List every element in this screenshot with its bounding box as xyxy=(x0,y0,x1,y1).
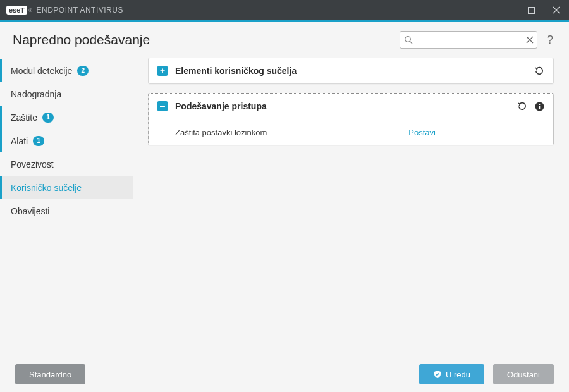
titlebar: eseT ® ENDPOINT ANTIVIRUS xyxy=(0,0,569,20)
sidebar-item-protections[interactable]: Zaštite 1 xyxy=(0,106,133,129)
panel-title: Podešavanje pristupa xyxy=(175,101,517,111)
expand-icon: + xyxy=(157,66,168,76)
sidebar-item-label: Zaštite xyxy=(11,113,37,123)
sidebar-item-update[interactable]: Nadogradnja xyxy=(0,82,133,106)
sidebar-item-label: Korisničko sučelje xyxy=(11,183,82,193)
search-wrap xyxy=(400,31,537,49)
svg-point-1 xyxy=(405,37,411,42)
sidebar-badge: 1 xyxy=(42,113,54,123)
x-icon xyxy=(526,36,534,44)
undo-icon xyxy=(534,66,544,76)
sidebar-item-connectivity[interactable]: Povezivost xyxy=(0,152,133,176)
panel-header-ui-elements[interactable]: + Elementi korisničkog sučelja xyxy=(149,58,553,83)
undo-icon xyxy=(517,101,527,111)
panel-header-access-setup[interactable]: – Podešavanje pristupa xyxy=(149,94,553,119)
setting-label: Zaštita postavki lozinkom xyxy=(175,128,408,137)
search-input[interactable] xyxy=(400,31,537,49)
info-icon xyxy=(535,102,544,111)
brand-logo: eseT ® xyxy=(6,6,32,15)
brand-mark: eseT xyxy=(6,6,27,15)
sidebar-item-label: Nadogradnja xyxy=(11,89,61,99)
header: Napredno podešavanje ? xyxy=(0,22,569,54)
reset-button[interactable] xyxy=(517,101,527,111)
sidebar-badge: 1 xyxy=(33,136,44,146)
registered-icon: ® xyxy=(28,8,32,13)
svg-rect-4 xyxy=(539,106,541,109)
sidebar-item-label: Modul detekcije xyxy=(11,66,72,76)
setting-row-password-protect: Zaštita postavki lozinkom Postavi xyxy=(149,119,553,145)
panel-body: Zaštita postavki lozinkom Postavi xyxy=(149,119,553,145)
sidebar-item-notifications[interactable]: Obavijesti xyxy=(0,199,133,223)
sidebar-item-label: Obavijesti xyxy=(11,206,49,216)
panel-access-setup: – Podešavanje pristupa Zaštita postavki … xyxy=(148,93,554,145)
body: Modul detekcije 2 Nadogradnja Zaštite 1 … xyxy=(0,54,569,357)
product-name: ENDPOINT ANTIVIRUS xyxy=(36,6,123,15)
sidebar: Modul detekcije 2 Nadogradnja Zaštite 1 … xyxy=(0,54,133,357)
setting-action-set[interactable]: Postavi xyxy=(408,128,436,137)
sidebar-badge: 2 xyxy=(77,66,89,76)
panel-ui-elements: + Elementi korisničkog sučelja xyxy=(148,58,554,84)
sidebar-item-label: Alati xyxy=(11,136,28,146)
button-label: U redu xyxy=(446,370,470,379)
search-icon xyxy=(404,35,413,44)
reset-button[interactable] xyxy=(534,66,544,76)
svg-rect-5 xyxy=(539,104,541,105)
panel-title: Elementi korisničkog sučelja xyxy=(175,66,534,76)
button-label: Standardno xyxy=(29,370,71,379)
svg-rect-0 xyxy=(528,7,534,13)
close-icon xyxy=(553,6,560,14)
ok-button[interactable]: U redu xyxy=(419,364,484,384)
main-content: + Elementi korisničkog sučelja – Podešav… xyxy=(133,54,569,357)
square-icon xyxy=(528,7,535,14)
footer: Standardno U redu Odustani xyxy=(0,357,569,392)
sidebar-item-ui[interactable]: Korisničko sučelje xyxy=(0,176,133,199)
window-close-button[interactable] xyxy=(544,0,569,20)
cancel-button[interactable]: Odustani xyxy=(493,364,554,384)
sidebar-item-tools[interactable]: Alati 1 xyxy=(0,129,133,152)
page-title: Napredno podešavanje xyxy=(13,32,150,47)
clear-search-button[interactable] xyxy=(526,36,534,44)
default-button[interactable]: Standardno xyxy=(15,364,85,384)
svg-line-2 xyxy=(410,41,412,44)
help-button[interactable]: ? xyxy=(544,34,556,47)
sidebar-item-label: Povezivost xyxy=(11,159,54,169)
sidebar-item-detection[interactable]: Modul detekcije 2 xyxy=(0,59,133,82)
shield-check-icon xyxy=(433,370,442,379)
window-maximize-button[interactable] xyxy=(518,0,544,20)
info-button[interactable] xyxy=(535,102,544,111)
button-label: Odustani xyxy=(507,370,540,379)
collapse-icon: – xyxy=(157,101,168,111)
